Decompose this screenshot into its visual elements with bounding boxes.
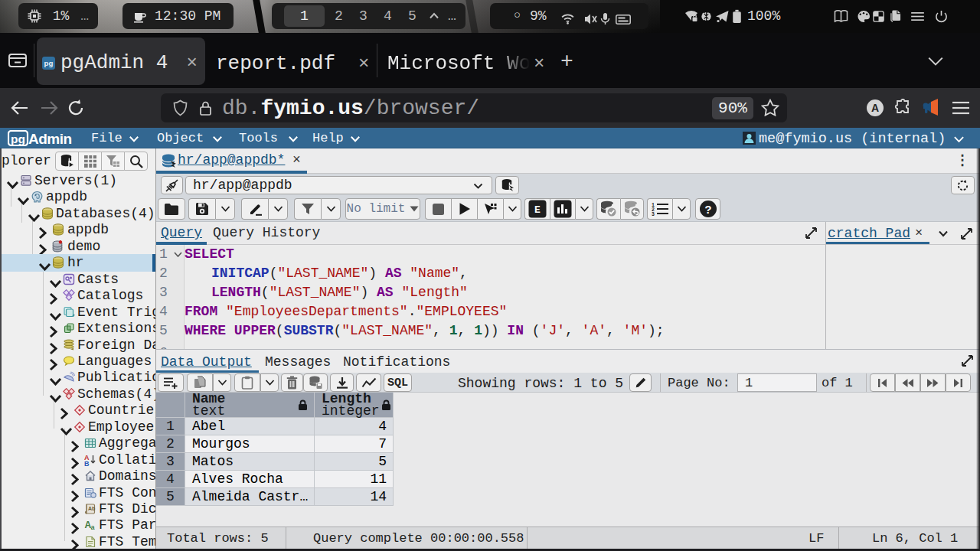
svg-text:pg: pg xyxy=(44,59,54,67)
svg-text:?: ? xyxy=(704,204,711,217)
svg-text:3: 3 xyxy=(652,212,655,216)
svg-text:pg: pg xyxy=(11,132,25,145)
svg-text:Admin: Admin xyxy=(28,131,72,147)
svg-text:A: A xyxy=(871,102,879,114)
svg-text:B: B xyxy=(84,460,90,467)
svg-text:E: E xyxy=(534,204,541,216)
svg-text:a: a xyxy=(91,523,96,531)
svg-text:Ab: Ab xyxy=(88,506,95,511)
